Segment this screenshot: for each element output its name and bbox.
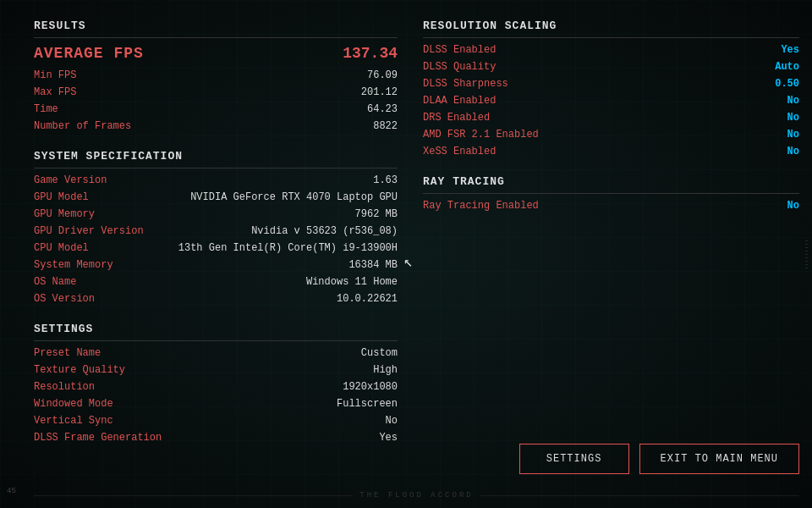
row-value: 8822 [373, 120, 398, 132]
table-row: GPU ModelNVIDIA GeForce RTX 4070 Laptop … [34, 189, 398, 206]
row-label: Time [34, 103, 58, 115]
settings-rows: Preset NameCustomTexture QualityHighReso… [34, 345, 398, 446]
ray-tracing-title: Ray Tracing [423, 168, 799, 194]
row-value: 0.50 [775, 78, 799, 90]
row-label: GPU Memory [34, 208, 95, 220]
table-row: Time64.23 [34, 101, 398, 118]
row-label: GPU Driver Version [34, 225, 144, 237]
table-row: Number of Frames8822 [34, 118, 398, 135]
results-rows: Min FPS76.09Max FPS201.12Time64.23Number… [34, 67, 398, 135]
settings-button[interactable]: Settings [519, 444, 629, 474]
table-row: Preset NameCustom [34, 345, 398, 362]
table-row: Game Version1.63 [34, 172, 398, 189]
row-value: Yes [379, 432, 398, 444]
row-label: Min FPS [34, 69, 76, 81]
average-fps-row: Average FPS 137.34 [34, 41, 398, 67]
table-row: XeSS EnabledNo [423, 143, 799, 160]
table-row: DLSS EnabledYes [423, 41, 799, 58]
table-row: DLSS QualityAuto [423, 58, 799, 75]
left-panel: Results Average FPS 137.34 Min FPS76.09M… [34, 13, 398, 483]
row-label: OS Name [34, 276, 76, 288]
system-rows: Game Version1.63GPU ModelNVIDIA GeForce … [34, 172, 398, 307]
row-label: DLSS Sharpness [423, 78, 508, 90]
table-row: OS NameWindows 11 Home [34, 273, 398, 290]
row-label: System Memory [34, 259, 113, 271]
row-value: No [787, 95, 799, 107]
row-label: Preset Name [34, 347, 101, 359]
row-label: DLSS Quality [423, 61, 496, 73]
table-row: DRS EnabledNo [423, 109, 799, 126]
row-value: Fullscreen [337, 398, 398, 410]
table-row: DLSS Sharpness0.50 [423, 75, 799, 92]
row-label: Number of Frames [34, 120, 131, 132]
row-label: DLAA Enabled [423, 95, 496, 107]
table-row: Windowed ModeFullscreen [34, 395, 398, 412]
settings-section: Settings Preset NameCustomTexture Qualit… [34, 316, 398, 446]
row-label: AMD FSR 2.1 Enabled [423, 129, 539, 141]
table-row: Resolution1920x1080 [34, 378, 398, 395]
right-panel: Resolution Scaling DLSS EnabledYesDLSS Q… [423, 13, 799, 483]
table-row: GPU Driver VersionNvidia v 53623 (r536_0… [34, 223, 398, 240]
row-value: 13th Gen Intel(R) Core(TM) i9-13900H [178, 242, 398, 254]
right-edge-deco [805, 0, 809, 508]
row-label: CPU Model [34, 242, 89, 254]
table-row: Texture QualityHigh [34, 362, 398, 378]
main-container: Results Average FPS 137.34 Min FPS76.09M… [34, 13, 799, 483]
results-title: Results [34, 13, 398, 38]
table-row: System Memory16384 MB [34, 257, 398, 273]
bottom-bar-line-left [34, 495, 353, 496]
row-value: 1920x1080 [343, 381, 398, 393]
row-label: Game Version [34, 174, 107, 186]
row-value: 16384 MB [348, 259, 398, 271]
bottom-bar-text: THE FLOOD ACCORD [359, 491, 473, 500]
average-fps-value: 137.34 [343, 45, 398, 62]
row-label: Ray Tracing Enabled [423, 200, 539, 212]
row-value: 64.23 [367, 103, 398, 115]
row-label: OS Version [34, 293, 95, 305]
resolution-scaling-section: Resolution Scaling DLSS EnabledYesDLSS Q… [423, 13, 799, 160]
row-label: DLSS Frame Generation [34, 432, 162, 444]
exit-button[interactable]: Exit to Main Menu [639, 444, 799, 474]
row-value: Nvidia v 53623 (r536_08) [251, 225, 398, 237]
row-value: NVIDIA GeForce RTX 4070 Laptop GPU [190, 191, 398, 203]
row-label: Max FPS [34, 86, 76, 98]
row-value: 1.63 [373, 174, 398, 186]
row-value: Yes [781, 44, 799, 56]
row-label: Windowed Mode [34, 398, 113, 410]
average-fps-label: Average FPS [34, 45, 144, 62]
table-row: Ray Tracing EnabledNo [423, 197, 799, 214]
row-value: No [386, 415, 398, 427]
table-row: Min FPS76.09 [34, 67, 398, 84]
ray-tracing-section: Ray Tracing Ray Tracing EnabledNo [423, 168, 799, 214]
row-label: GPU Model [34, 191, 89, 203]
table-row: DLSS Frame GenerationYes [34, 429, 398, 446]
table-row: Max FPS201.12 [34, 84, 398, 101]
table-row: DLAA EnabledNo [423, 92, 799, 109]
row-value: Custom [361, 347, 398, 359]
corner-deco: 45 [7, 487, 16, 495]
results-section: Results Average FPS 137.34 Min FPS76.09M… [34, 13, 398, 135]
settings-title: Settings [34, 316, 398, 341]
system-section: System Specification Game Version1.63GPU… [34, 143, 398, 307]
row-value: No [787, 146, 799, 157]
table-row: Vertical SyncNo [34, 412, 398, 429]
row-value: Windows 11 Home [306, 276, 398, 288]
row-label: DLSS Enabled [423, 44, 496, 56]
row-label: Resolution [34, 381, 95, 393]
row-value: 10.0.22621 [337, 293, 398, 305]
row-value: No [787, 129, 799, 141]
table-row: OS Version10.0.22621 [34, 290, 398, 307]
row-value: Auto [775, 61, 799, 73]
table-row: AMD FSR 2.1 EnabledNo [423, 126, 799, 143]
row-value: No [787, 112, 799, 124]
bottom-bar: THE FLOOD ACCORD [34, 491, 799, 500]
bottom-bar-line-right [480, 495, 799, 496]
row-label: Vertical Sync [34, 415, 113, 427]
table-row: GPU Memory7962 MB [34, 206, 398, 223]
row-label: Texture Quality [34, 364, 125, 376]
row-label: XeSS Enabled [423, 146, 496, 157]
resolution-rows: DLSS EnabledYesDLSS QualityAutoDLSS Shar… [423, 41, 799, 160]
row-label: DRS Enabled [423, 112, 490, 124]
table-row: CPU Model13th Gen Intel(R) Core(TM) i9-1… [34, 240, 398, 257]
row-value: 76.09 [367, 69, 398, 81]
